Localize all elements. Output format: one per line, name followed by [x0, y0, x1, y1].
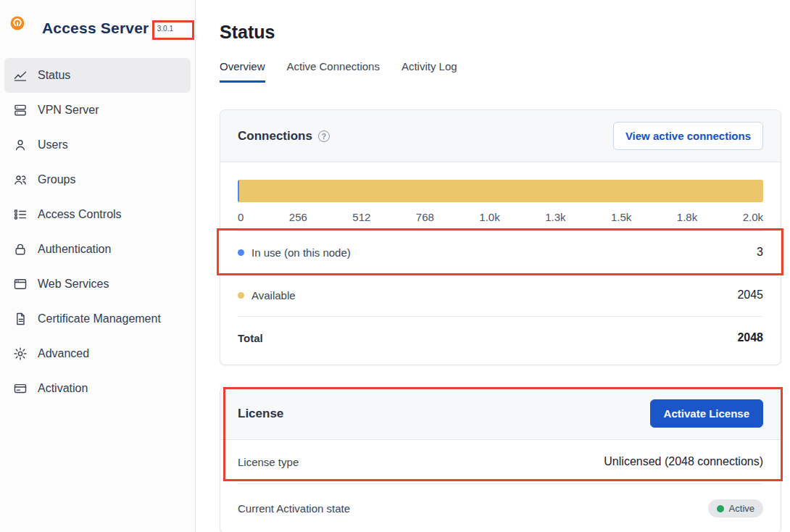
stat-row-total: Total 2048 — [238, 316, 763, 359]
sidebar-item-label: Advanced — [38, 347, 89, 360]
axis-tick: 1.5k — [611, 211, 631, 223]
license-card-title: License — [238, 407, 283, 421]
sidebar-item-label: Status — [38, 69, 70, 82]
sidebar: Access Server 3.0.1 Status VPN Server Us… — [0, 0, 196, 532]
openvpn-logo-icon — [10, 16, 35, 41]
connections-card-body: 0 256 512 768 1.0k 1.3k 1.5k 1.8k 2.0k I… — [220, 162, 781, 365]
activation-status-badge: Active — [708, 499, 763, 518]
stat-label-text: In use (on this node) — [251, 246, 351, 259]
connections-title-text: Connections — [238, 129, 312, 144]
connections-card: Connections View active connections 0 25… — [220, 109, 781, 365]
status-chart-icon — [13, 68, 28, 83]
axis-tick: 1.3k — [545, 211, 565, 223]
license-type-value: Unlicensed (2048 connections) — [604, 455, 763, 468]
certificate-icon — [13, 312, 28, 326]
sidebar-item-activation[interactable]: Activation — [4, 371, 191, 406]
activate-license-button[interactable]: Activate License — [650, 399, 763, 428]
gauge-axis: 0 256 512 768 1.0k 1.3k 1.5k 1.8k 2.0k — [238, 211, 763, 223]
server-icon — [13, 103, 28, 117]
brand-name: Access Server — [42, 20, 149, 37]
available-dot-icon — [238, 292, 244, 299]
badge-text: Active — [729, 503, 754, 514]
in-use-dot-icon — [238, 249, 244, 256]
active-status-dot-icon — [717, 505, 724, 512]
stat-value-total: 2048 — [737, 331, 763, 344]
sidebar-item-label: Activation — [38, 382, 88, 395]
activation-state-label: Current Activation state — [238, 502, 350, 515]
axis-tick: 256 — [289, 211, 307, 223]
gauge-segment-available — [239, 180, 763, 202]
sidebar-item-label: Users — [38, 138, 68, 151]
axis-tick: 768 — [416, 211, 434, 223]
sidebar-item-status[interactable]: Status — [4, 58, 191, 93]
license-type-label: License type — [238, 456, 299, 468]
version-label: 3.0.1 — [157, 25, 173, 33]
axis-tick: 2.0k — [743, 211, 763, 223]
sidebar-item-web-services[interactable]: Web Services — [4, 267, 191, 302]
help-icon[interactable] — [318, 130, 330, 142]
sidebar-item-advanced[interactable]: Advanced — [4, 336, 191, 371]
stat-label-in-use: In use (on this node) — [238, 246, 351, 259]
connections-stats: In use (on this node) 3 Available 2045 — [238, 230, 763, 359]
sidebar-item-groups[interactable]: Groups — [4, 162, 191, 197]
tab-bar: Overview Active Connections Activity Log — [220, 60, 781, 83]
sidebar-item-label: Access Controls — [38, 208, 122, 221]
stat-row-available: Available 2045 — [238, 273, 763, 316]
sidebar-item-label: Groups — [38, 173, 75, 186]
stat-value-in-use: 3 — [757, 246, 763, 259]
stat-label-text: Total — [238, 332, 263, 344]
stat-label-text: Available — [251, 289, 296, 302]
stat-label-total: Total — [238, 332, 263, 344]
license-rows: License type Unlicensed (2048 connection… — [220, 440, 781, 532]
tab-active-connections[interactable]: Active Connections — [287, 60, 380, 83]
license-title-text: License — [238, 407, 283, 421]
lock-icon — [13, 242, 28, 257]
gear-icon — [13, 346, 28, 361]
license-row-activation-state: Current Activation state Active — [238, 483, 763, 532]
license-card-icon — [13, 381, 28, 396]
sidebar-item-label: Certificate Management — [38, 312, 161, 325]
stat-row-in-use: In use (on this node) 3 — [238, 230, 763, 273]
connections-card-header: Connections View active connections — [220, 110, 781, 162]
brand: Access Server 3.0.1 — [0, 0, 195, 54]
user-icon — [13, 138, 28, 152]
sidebar-item-label: VPN Server — [38, 104, 99, 117]
sidebar-nav: Status VPN Server Users Groups Access Co… — [0, 54, 195, 410]
sidebar-item-label: Web Services — [38, 278, 109, 291]
users-group-icon — [13, 173, 28, 187]
sidebar-item-vpn-server[interactable]: VPN Server — [4, 93, 191, 128]
axis-tick: 1.0k — [479, 211, 499, 223]
sidebar-item-users[interactable]: Users — [4, 128, 191, 162]
browser-icon — [13, 277, 28, 291]
tab-overview[interactable]: Overview — [220, 60, 265, 83]
page-title: Status — [220, 22, 781, 43]
connections-gauge-bar — [238, 180, 763, 202]
sidebar-item-certificate-management[interactable]: Certificate Management — [4, 302, 191, 336]
main-content: Status Overview Active Connections Activ… — [196, 0, 790, 532]
axis-tick: 1.8k — [677, 211, 697, 223]
connections-card-title: Connections — [238, 129, 330, 144]
license-row-type: License type Unlicensed (2048 connection… — [238, 440, 763, 483]
stat-value-available: 2045 — [737, 288, 763, 302]
sidebar-item-authentication[interactable]: Authentication — [4, 232, 191, 267]
license-card-header: License Activate License — [220, 388, 781, 440]
sidebar-item-label: Authentication — [38, 243, 111, 256]
tab-activity-log[interactable]: Activity Log — [402, 60, 457, 83]
axis-tick: 0 — [238, 211, 244, 223]
view-active-connections-button[interactable]: View active connections — [613, 122, 763, 150]
license-card: License Activate License License type Un… — [220, 387, 781, 532]
checklist-icon — [13, 207, 28, 222]
sidebar-item-access-controls[interactable]: Access Controls — [4, 197, 191, 232]
stat-label-available: Available — [238, 289, 296, 302]
axis-tick: 512 — [352, 211, 370, 223]
